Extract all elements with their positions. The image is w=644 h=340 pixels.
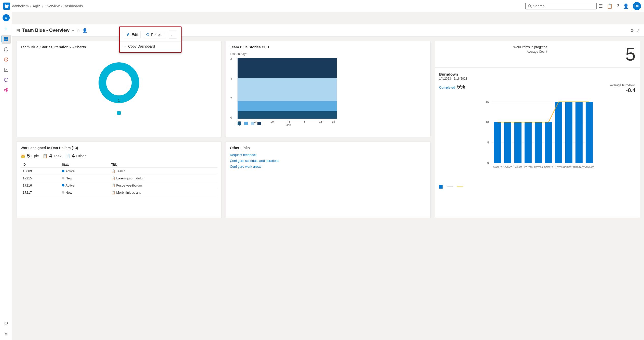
cfd-legend-1 — [238, 122, 241, 125]
svg-text:1/9/2023: 1/9/2023 — [544, 166, 553, 168]
status-dot — [62, 191, 64, 194]
svg-text:1/7/2023: 1/7/2023 — [524, 166, 533, 168]
donut-svg: 1 — [93, 57, 144, 108]
sidebar-item-collapse[interactable]: » — [2, 329, 11, 338]
breadcrumb-project[interactable]: Agile — [33, 4, 41, 8]
wa-other-num: 4 — [72, 153, 75, 159]
svg-rect-46 — [555, 102, 562, 163]
svg-rect-45 — [545, 122, 552, 163]
donut-container: 1 — [21, 52, 217, 120]
row-title: 📋 Task 1 — [109, 168, 217, 175]
wa-task-num: 4 — [49, 153, 52, 159]
refresh-button[interactable]: Refresh — [143, 31, 166, 38]
svg-text:18: 18 — [332, 120, 335, 123]
settings-icon[interactable]: ⚙ — [630, 28, 634, 33]
header-actions: ⚙ ⤢ — [630, 28, 640, 33]
svg-text:1/6/2023: 1/6/2023 — [514, 166, 523, 168]
other-links-card: Other Links Request feedback Configure s… — [226, 141, 431, 218]
toolbar-divider — [120, 41, 181, 41]
svg-rect-19 — [238, 78, 337, 101]
top-nav: danhellem / Agile / Overview / Dashboard… — [0, 0, 644, 12]
svg-rect-49 — [586, 102, 593, 163]
wi-header: Work items in progress Average Count 5 — [439, 45, 636, 63]
svg-text:1/12/2023: 1/12/2023 — [574, 166, 584, 168]
table-row: 17216 Active 📋 Fusce vestibulum — [21, 182, 217, 189]
svg-text:24: 24 — [254, 120, 257, 123]
svg-text:5: 5 — [487, 141, 489, 144]
dashboard-person-icon[interactable]: 👤 — [82, 28, 87, 33]
list-icon[interactable]: ☰ — [599, 3, 603, 9]
wa-other-label: Other — [76, 154, 86, 158]
expand-icon[interactable]: ⤢ — [636, 28, 640, 33]
request-feedback-link[interactable]: Request feedback — [230, 153, 427, 157]
sidebar-item-repos[interactable] — [2, 45, 11, 54]
table-row: 16689 Active 📋 Task 1 — [21, 168, 217, 175]
more-button[interactable]: ... — [169, 31, 177, 39]
svg-rect-4 — [4, 39, 6, 41]
clipboard-icon[interactable]: 📋 — [607, 3, 612, 9]
svg-text:1/13/2023: 1/13/2023 — [584, 166, 594, 168]
configure-schedule-link[interactable]: Configure schedule and iterations — [230, 159, 427, 163]
logo[interactable] — [3, 3, 10, 10]
configure-work-areas-link[interactable]: Configure work areas — [230, 165, 427, 168]
svg-rect-3 — [6, 37, 8, 39]
dashboard-star-icon[interactable]: ☆ — [77, 28, 80, 33]
burndown-completed-label: Completed — [439, 86, 455, 89]
table-row: 17217 New 📋 Morbi finibus ant — [21, 189, 217, 196]
work-items-card: Work items in progress Average Count 5 — [435, 41, 640, 68]
svg-text:13: 13 — [319, 120, 322, 123]
svg-rect-5 — [6, 39, 8, 41]
svg-rect-10 — [4, 90, 6, 91]
sidebar-item-artifacts[interactable] — [2, 75, 11, 84]
dashboard-chevron-icon[interactable]: ▼ — [72, 29, 75, 32]
search-input[interactable] — [533, 4, 594, 8]
svg-rect-2 — [4, 37, 6, 39]
sidebar-project-avatar[interactable]: A — [3, 14, 10, 21]
cfd-chart-card: Team Blue Stories CFD Last 30 days 6 4 2… — [226, 41, 431, 137]
search-box[interactable] — [525, 3, 597, 9]
right-column: Work items in progress Average Count 5 B… — [435, 41, 640, 218]
user-icon[interactable]: 👤 — [623, 3, 629, 9]
row-state: New — [60, 175, 109, 182]
svg-rect-44 — [535, 122, 542, 163]
other-links-title: Other Links — [230, 146, 427, 150]
burndown-legend-ideal — [447, 187, 453, 187]
work-assigned-title: Work assigned to Dan Hellem (13) — [21, 146, 217, 150]
help-icon[interactable]: ? — [616, 3, 619, 9]
svg-text:1/11/2023: 1/11/2023 — [564, 166, 574, 168]
wa-epic-num: 5 — [27, 153, 30, 159]
svg-rect-11 — [6, 88, 8, 90]
dashboard-title-area: ⊞ Team Blue - Overview ▼ ☆ 👤 — [16, 28, 87, 33]
svg-rect-42 — [514, 122, 522, 163]
sidebar-item-settings[interactable]: ⚙ — [2, 319, 11, 328]
burndown-avg-val: -0.4 — [610, 87, 636, 94]
svg-point-15 — [106, 70, 132, 95]
copy-dashboard-button[interactable]: + Copy Dashboard — [120, 42, 181, 50]
breadcrumb-page[interactable]: Dashboards — [64, 4, 83, 8]
sidebar-item-testplans[interactable] — [2, 65, 11, 74]
sidebar-item-boards[interactable] — [2, 35, 11, 44]
cfd-card-title: Team Blue Stories CFD — [230, 45, 427, 49]
edit-button[interactable]: Edit — [124, 31, 141, 38]
main-content: ⊞ Team Blue - Overview ▼ ☆ 👤 Edit Refres… — [12, 24, 644, 340]
breadcrumb-section[interactable]: Overview — [45, 4, 60, 8]
breadcrumb-org[interactable]: danhellem — [12, 4, 29, 8]
breadcrumb: danhellem / Agile / Overview / Dashboard… — [12, 4, 83, 8]
nav-icons: ☰ 📋 ? 👤 DH — [599, 2, 641, 10]
refresh-icon — [146, 33, 149, 36]
burndown-dates: 1/4/2023 - 1/18/2023 — [439, 77, 636, 80]
sidebar-item-pipelines[interactable] — [2, 55, 11, 64]
svg-rect-43 — [525, 122, 532, 163]
avatar[interactable]: DH — [633, 2, 641, 10]
row-state: Active — [60, 182, 109, 189]
burndown-avg-label: Average burndown — [610, 83, 636, 87]
wa-col-title: Title — [109, 162, 217, 168]
wa-col-state: State — [60, 162, 109, 168]
burndown-chart-container: 15 10 5 0 — [439, 97, 636, 178]
sidebar-item-extensions[interactable] — [2, 86, 11, 95]
svg-text:3: 3 — [289, 120, 290, 123]
sidebar-item-add[interactable]: + — [2, 24, 11, 34]
svg-rect-18 — [238, 101, 337, 111]
left-sidebar: A + ⚙ » — [0, 12, 12, 340]
cfd-chart-area: 6 4 2 0 19 — [238, 58, 427, 125]
